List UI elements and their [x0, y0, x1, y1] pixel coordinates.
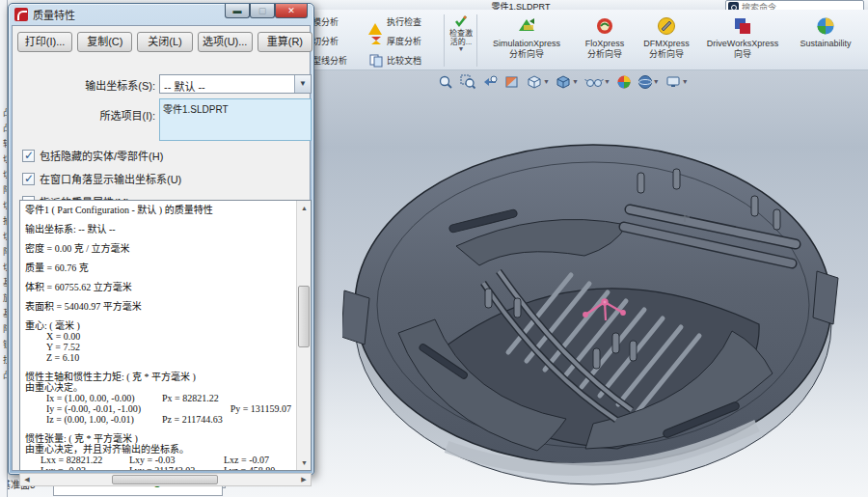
compare-documents-button[interactable]: 比较文档	[368, 51, 421, 69]
thickness-analysis-button[interactable]: 厚度分析	[368, 32, 421, 49]
selected-item: 零件1.SLDPRT	[163, 104, 229, 115]
chevron-down-icon: ▼	[543, 79, 550, 85]
view-settings-icon[interactable]: ▼	[664, 73, 691, 91]
show-coord-checkbox[interactable]: 在窗口角落显示输出坐标系(U)	[22, 171, 181, 186]
chevron-down-icon: ▼	[572, 79, 579, 85]
chevron-down-icon: ▼	[604, 79, 610, 85]
options-button[interactable]: 选项(U)...	[198, 32, 253, 52]
zoom-to-area-icon[interactable]	[458, 73, 478, 91]
headsup-view-toolbar: ▼ ▼ ▼ ▼ ▼	[436, 71, 691, 93]
chevron-down-icon: ▼	[458, 46, 465, 52]
app-window: 零件1.SLDPRT 拔模分析 底切分析 分型线分析 执行检查 厚度分析 比较文…	[0, 0, 868, 497]
apply-scene-icon[interactable]: ▼	[636, 73, 662, 91]
output-coord-label: 输出坐标系(S):	[41, 77, 155, 93]
simulationxpress-button[interactable]: SimulationXpress 分析向导	[482, 15, 571, 60]
dialog-titlebar[interactable]: 质量特性 ▬ ▢ ✕	[9, 4, 313, 25]
plane-input[interactable]	[53, 485, 223, 496]
scroll-left-icon[interactable]: ◀	[20, 474, 34, 485]
check-button[interactable]: 执行检查	[368, 13, 421, 30]
sustainability-icon	[815, 15, 836, 37]
view-orientation-icon[interactable]: ▼	[525, 73, 552, 91]
check-active-document-button[interactable]: 检查激 活的... ▼	[447, 14, 475, 69]
driveworksxpress-button[interactable]: DriveWorksXpress 向导	[698, 15, 787, 60]
scroll-down-icon[interactable]: ▼	[297, 456, 312, 470]
results-vscrollbar[interactable]: ▲ ▼	[296, 201, 311, 470]
solidworks-icon	[14, 8, 28, 21]
chevron-down-icon: ▼	[682, 79, 689, 85]
feature-tree-fragments: 凸凸转切切阵切抽切阵切基旋基阵镜拉凸	[1, 108, 8, 386]
section-view-icon[interactable]	[502, 73, 523, 91]
floxpress-button[interactable]: FloXpress 分析向导	[575, 15, 635, 60]
vscroll-thumb[interactable]	[298, 286, 310, 347]
chevron-down-icon: ▼	[653, 79, 660, 85]
thickness-icon	[368, 33, 384, 48]
output-coord-value: -- 默认 --	[164, 78, 205, 94]
copy-button[interactable]: 复制(C)	[77, 32, 132, 52]
selected-items-box[interactable]: 零件1.SLDPRT	[159, 98, 312, 141]
mass-properties-dialog: 质量特性 ▬ ▢ ✕ 打印(I)... 复制(C) 关闭(L) 选项(U)...…	[8, 3, 314, 475]
model-geometry	[342, 145, 838, 484]
output-coord-combobox[interactable]: -- 默认 -- ▼	[159, 74, 312, 94]
check-active-icon	[453, 14, 469, 29]
close-button[interactable]: ✕	[275, 4, 308, 18]
sustainability-button[interactable]: Sustainability	[787, 15, 864, 49]
scroll-up-icon[interactable]: ▲	[297, 201, 312, 215]
display-style-icon[interactable]: ▼	[554, 73, 581, 91]
model-3d[interactable]	[342, 128, 844, 497]
dfmxpress-button[interactable]: DFMXpress 分析向导	[635, 15, 698, 60]
results-hscrollbar[interactable]: ◀ ▶	[19, 473, 312, 486]
simulationxpress-icon	[516, 15, 537, 37]
maximize-button: ▢	[250, 4, 275, 18]
hscroll-thumb[interactable]	[112, 475, 218, 484]
include-hidden-checkbox[interactable]: 包括隐藏的实体/零部件(H)	[22, 148, 163, 163]
hide-show-items-icon[interactable]: ▼	[583, 73, 612, 91]
checkbox-checked-icon	[22, 150, 35, 162]
zoom-fit-icon[interactable]	[436, 73, 456, 91]
compare-documents-icon	[368, 52, 384, 68]
floxpress-icon	[594, 15, 615, 37]
window-controls: ▬ ▢ ✕	[225, 4, 308, 18]
dialog-body: 打印(I)... 复制(C) 关闭(L) 选项(U)... 重算(R) 输出坐标…	[12, 25, 311, 471]
analysis-mid-group: 执行检查 厚度分析 比较文档	[368, 13, 421, 69]
dfmxpress-icon	[656, 15, 677, 37]
dialog-button-row: 打印(I)... 复制(C) 关闭(L) 选项(U)... 重算(R)	[17, 32, 312, 52]
driveworksxpress-icon	[732, 15, 753, 37]
selected-items-label: 所选项目(I):	[41, 107, 155, 123]
close-dialog-button[interactable]: 关闭(L)	[137, 32, 192, 52]
print-button[interactable]: 打印(I)...	[17, 32, 72, 52]
chevron-down-icon[interactable]: ▼	[294, 75, 311, 93]
minimize-button[interactable]: ▬	[225, 4, 250, 18]
feature-tree-sliver[interactable]: 凸凸转切切阵切抽切阵切基旋基阵镜拉凸	[0, 0, 8, 497]
warning-triangle-icon	[368, 14, 384, 29]
recalculate-button[interactable]: 重算(R)	[258, 32, 312, 52]
previous-view-icon[interactable]	[480, 73, 501, 91]
results-text: 零件1 ( Part Configuration - 默认 ) 的质量特性 输出…	[25, 205, 293, 471]
edit-appearance-icon[interactable]	[614, 73, 634, 91]
scroll-right-icon[interactable]: ▶	[297, 474, 311, 485]
results-pane: 零件1 ( Part Configuration - 默认 ) 的质量特性 输出…	[19, 200, 312, 471]
checkbox-checked-icon	[22, 173, 35, 185]
dialog-title: 质量特性	[33, 7, 75, 22]
